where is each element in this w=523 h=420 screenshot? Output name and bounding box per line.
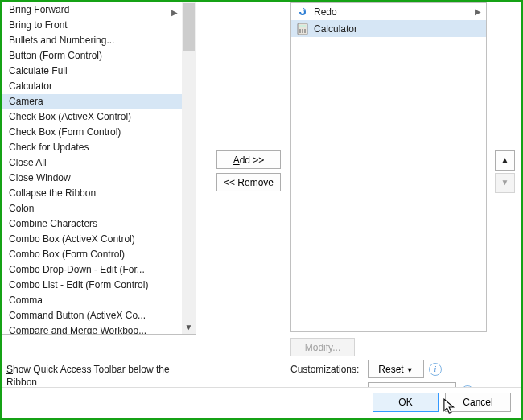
list-item[interactable]: Combine Characters — [2, 216, 196, 232]
scrollbar[interactable]: ▼ — [182, 2, 196, 334]
svg-point-4 — [304, 29, 306, 31]
list-item[interactable]: Close Window — [2, 171, 196, 186]
toolbar-commands-list[interactable]: Redo▶Calculator — [290, 2, 487, 332]
reset-button[interactable]: Reset▼ — [368, 360, 424, 378]
list-item[interactable]: Bring to Front — [2, 18, 196, 33]
svg-point-5 — [299, 31, 301, 33]
list-item[interactable]: Compare and Merge Workboo... — [2, 323, 196, 335]
available-commands-list[interactable]: Bring Forward▶Bring to FrontBullets and … — [2, 2, 196, 335]
list-item[interactable]: Combo Drop-Down - Edit (For... — [2, 262, 196, 278]
list-item[interactable]: Check Box (ActiveX Control) — [2, 109, 196, 125]
move-down-button: ▼ — [495, 173, 515, 193]
list-item[interactable]: Combo Box (Form Control) — [2, 247, 196, 262]
list-item[interactable]: Bullets and Numbering... — [2, 33, 196, 48]
list-item[interactable]: Command Button (ActiveX Co... — [2, 308, 196, 323]
list-item[interactable]: Combo Box (ActiveX Control) — [2, 232, 196, 247]
cancel-button[interactable]: Cancel — [445, 393, 511, 412]
list-item[interactable]: Button (Form Control) — [2, 48, 196, 64]
list-item[interactable]: Redo▶ — [291, 3, 486, 20]
calculator-icon — [296, 23, 309, 35]
list-item[interactable]: Check for Updates — [2, 140, 196, 155]
svg-point-6 — [302, 31, 303, 33]
svg-point-7 — [304, 31, 306, 33]
svg-point-2 — [299, 29, 301, 31]
redo-icon — [296, 6, 309, 19]
modify-button: Modify... — [290, 338, 355, 356]
list-item[interactable]: Comma — [2, 293, 196, 308]
list-item-label: Calculator — [314, 23, 357, 35]
list-item-label: Redo — [314, 6, 337, 18]
list-item[interactable]: Collapse the Ribbon — [2, 186, 196, 201]
ok-button[interactable]: OK — [373, 393, 439, 412]
scroll-thumb[interactable] — [183, 3, 195, 51]
dialog-button-bar: OK Cancel — [2, 387, 521, 418]
list-item[interactable]: Colon — [2, 201, 196, 216]
scroll-down-button[interactable]: ▼ — [183, 320, 195, 334]
list-item[interactable]: Close All — [2, 155, 196, 171]
list-item[interactable]: Calculate Full — [2, 64, 196, 79]
svg-rect-1 — [299, 25, 306, 27]
info-icon[interactable]: i — [429, 363, 442, 376]
list-item[interactable]: Calculator — [291, 20, 486, 37]
list-item[interactable]: Camera — [2, 94, 196, 109]
list-item[interactable]: Check Box (Form Control) — [2, 125, 196, 140]
remove-button[interactable]: << Remove — [216, 173, 281, 191]
submenu-arrow-icon: ▶ — [475, 7, 481, 16]
move-up-button[interactable]: ▲ — [495, 150, 515, 171]
list-item[interactable]: Combo List - Edit (Form Control) — [2, 278, 196, 293]
add-button[interactable]: Add >> — [216, 150, 281, 169]
list-item[interactable]: Bring Forward▶ — [2, 2, 196, 18]
list-item[interactable]: Calculator — [2, 79, 196, 94]
show-qat-below-ribbon-checkbox-label[interactable]: Show Quick Access Toolbar below the Ribb… — [6, 363, 191, 389]
customizations-label: Customizations: — [290, 364, 359, 375]
svg-point-3 — [302, 29, 303, 31]
